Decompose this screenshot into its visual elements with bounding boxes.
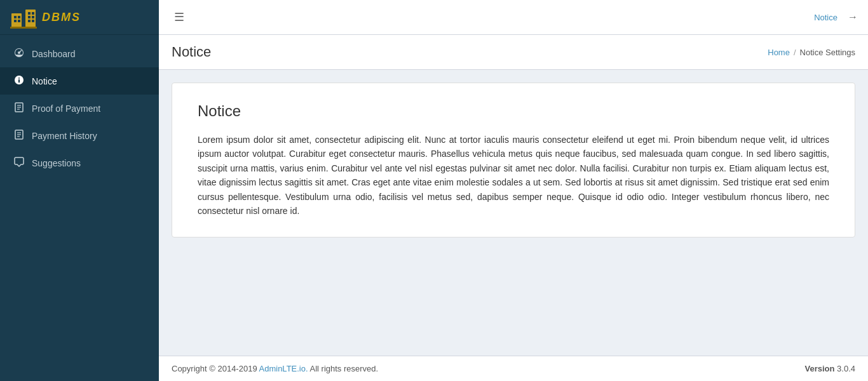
svg-rect-8 xyxy=(28,16,31,18)
dashboard-icon xyxy=(13,48,25,60)
breadcrumb-current: Notice Settings xyxy=(800,48,855,57)
notice-icon xyxy=(13,75,25,87)
sidebar-item-dashboard[interactable]: Dashboard xyxy=(0,40,159,67)
footer-adminlte-link[interactable]: AdminLTE.io. xyxy=(259,364,308,373)
content-header: Notice Home / Notice Settings xyxy=(159,35,868,70)
svg-rect-5 xyxy=(18,20,20,22)
page-title: Notice xyxy=(172,44,211,60)
top-bar: ☰ Notice → xyxy=(159,0,868,35)
footer-copyright: Copyright © 2014-2019 AdminLTE.io. All r… xyxy=(172,364,378,373)
history-icon xyxy=(13,130,25,142)
logo-icon xyxy=(10,6,37,29)
footer: Copyright © 2014-2019 AdminLTE.io. All r… xyxy=(159,356,868,381)
sidebar-item-notice[interactable]: Notice xyxy=(0,67,159,95)
logout-button[interactable]: → xyxy=(848,11,858,23)
logo-text: DBMS xyxy=(42,11,81,24)
sidebar-item-dashboard-label: Dashboard xyxy=(32,49,76,59)
svg-rect-9 xyxy=(32,16,34,18)
sidebar-logo: DBMS xyxy=(0,0,159,35)
logout-icon: → xyxy=(848,11,858,22)
svg-rect-2 xyxy=(14,16,17,18)
sidebar: DBMS Dashboard xyxy=(0,0,159,381)
sidebar-item-notice-label: Notice xyxy=(32,76,57,86)
sidebar-item-proof-label: Proof of Payment xyxy=(32,104,100,114)
sidebar-item-history-label: Payment History xyxy=(32,131,97,141)
notice-card-title: Notice xyxy=(198,102,829,120)
svg-rect-6 xyxy=(28,12,31,15)
sidebar-item-suggestions-label: Suggestions xyxy=(32,158,81,168)
sidebar-item-suggestions[interactable]: Suggestions xyxy=(0,149,159,177)
breadcrumb-home-link[interactable]: Home xyxy=(768,48,790,57)
breadcrumb-separator: / xyxy=(794,48,796,57)
svg-rect-4 xyxy=(14,20,17,22)
sidebar-item-proof-of-payment[interactable]: Proof of Payment xyxy=(0,95,159,122)
svg-rect-11 xyxy=(32,20,34,22)
topbar-notice-link[interactable]: Notice xyxy=(814,13,837,22)
sidebar-toggle-button[interactable]: ☰ xyxy=(169,8,189,27)
suggestions-icon xyxy=(13,157,25,169)
footer-version: Version 3.0.4 xyxy=(804,364,855,373)
svg-rect-10 xyxy=(28,20,31,22)
footer-copyright-text: Copyright © 2014-2019 xyxy=(172,364,259,373)
content-body: Notice Lorem ipsum dolor sit amet, conse… xyxy=(159,70,868,356)
svg-rect-3 xyxy=(18,16,20,18)
sidebar-item-payment-history[interactable]: Payment History xyxy=(0,122,159,149)
notice-card: Notice Lorem ipsum dolor sit amet, conse… xyxy=(172,83,855,237)
footer-version-number: 3.0.4 xyxy=(837,364,855,373)
footer-version-label: Version xyxy=(804,364,834,373)
sidebar-nav: Dashboard Notice xyxy=(0,35,159,182)
hamburger-icon: ☰ xyxy=(174,11,184,23)
svg-line-14 xyxy=(19,50,22,53)
svg-rect-12 xyxy=(10,27,37,29)
footer-rights: All rights reserved. xyxy=(308,364,379,373)
proof-icon xyxy=(13,102,25,114)
main-content: ☰ Notice → Notice Home / Notice Settings… xyxy=(159,0,868,381)
svg-rect-7 xyxy=(32,12,34,15)
breadcrumb: Home / Notice Settings xyxy=(768,48,855,57)
top-right: Notice → xyxy=(814,11,858,23)
notice-card-body: Lorem ipsum dolor sit amet, consectetur … xyxy=(198,133,829,218)
